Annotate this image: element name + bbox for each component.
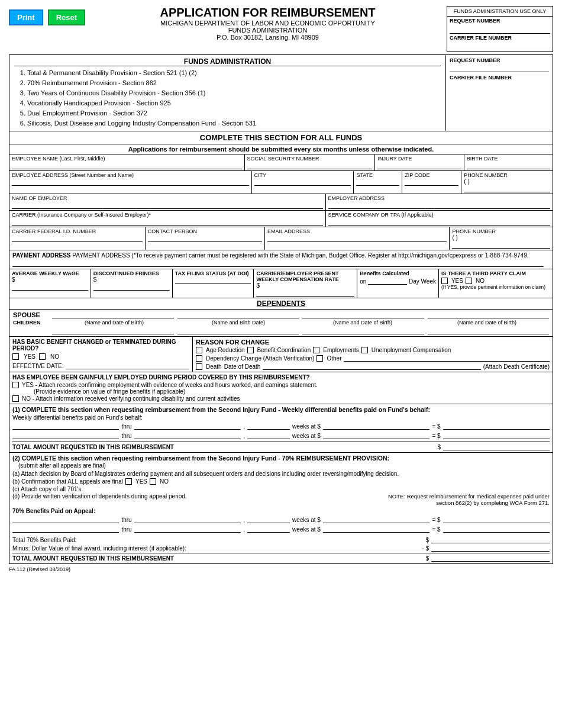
spouse-label: SPOUSE: [13, 311, 49, 318]
no-checkbox[interactable]: [466, 278, 472, 284]
third-party-label: IS THERE A THIRD PARTY CLAIM: [441, 270, 550, 276]
yes-label: YES: [451, 278, 463, 284]
carrier-input[interactable]: [12, 218, 323, 226]
death-label: Death: [206, 363, 222, 370]
avg-weekly-wage-input[interactable]: [12, 283, 88, 291]
section1-total-label: TOTAL AMOUNT REQUESTED IN THIS REIMBURSE…: [12, 444, 174, 450]
emp-no-checkbox[interactable]: [12, 395, 19, 402]
service-company-label: SERVICE COMPANY OR TPA (If Applicable): [328, 212, 550, 218]
subtitle2: FUNDS ADMINISTRATION: [95, 27, 441, 34]
benefit-yes-checkbox[interactable]: [12, 353, 19, 360]
s2-no-checkbox[interactable]: [150, 478, 156, 485]
tax-filing-input[interactable]: [175, 276, 251, 284]
benefit-no-checkbox[interactable]: [39, 353, 46, 360]
section2-item-b: (b) Confirmation that ALL appeals are fi…: [12, 478, 123, 485]
s2-yes-checkbox[interactable]: [125, 478, 132, 485]
carrier-fed-id-input[interactable]: [12, 234, 143, 242]
state-label: STATE: [356, 172, 399, 178]
address-input[interactable]: [12, 178, 249, 186]
section1-total-dollar: $: [437, 444, 441, 450]
subtitle1: MICHIGAN DEPARTMENT OF LABOR AND ECONOMI…: [95, 20, 441, 27]
equals2-label: = $: [432, 433, 440, 439]
funds-header: FUNDS ADMINISTRATION: [14, 57, 441, 66]
employer-address-input[interactable]: [328, 201, 550, 209]
section2-sub-note: (submit after all appeals are final): [12, 462, 550, 469]
injury-date-input[interactable]: [377, 162, 461, 169]
carrier-file-number-label: CARRIER FILE NUMBER: [450, 33, 550, 41]
date-of-death-label: Date of Death: [224, 363, 261, 370]
s2-weeks-at1: weeks at $: [292, 517, 321, 523]
payment-address-label-bold: PAYMENT ADDRESS: [12, 252, 72, 259]
payment-address-note: PAYMENT ADDRESS (*To receive payment car…: [72, 252, 528, 259]
s2-equals1: = $: [432, 517, 440, 523]
dep-col1: (Name and Date of Birth): [52, 320, 176, 326]
comp-rate-dollar: $: [256, 282, 354, 289]
carrier-file-right: CARRIER FILE NUMBER: [450, 75, 549, 80]
funds-admin-use-only: FUNDS ADMINISTRATION USE ONLY: [447, 6, 553, 17]
section2-item-a: (a) Attach decision by Board of Magistra…: [12, 471, 550, 477]
zip-input[interactable]: [405, 178, 458, 186]
section1-header: (1) COMPLETE this section when requestin…: [12, 406, 550, 413]
list-item: Two Years of Continuous Disability Provi…: [27, 88, 441, 98]
state-input[interactable]: [356, 178, 399, 186]
email-label: EMAIL ADDRESS: [267, 228, 447, 234]
benefit-coord-label: Benefit Coordination: [257, 347, 311, 353]
city-label: CITY: [254, 172, 351, 178]
age-reduction-label: Age Reduction: [206, 347, 245, 353]
phone2-label: PHONE NUMBER: [452, 228, 550, 234]
ssn-input[interactable]: [247, 162, 373, 169]
age-reduction-checkbox[interactable]: [196, 347, 202, 353]
discontinued-fringes-input[interactable]: [93, 283, 170, 291]
birth-date-input[interactable]: [467, 162, 550, 169]
s2-total-dollar: $: [425, 555, 429, 562]
dependency-change-checkbox[interactable]: [196, 355, 202, 362]
form-number: FA 112 (Revised 08/2019): [9, 566, 553, 572]
employments-checkbox[interactable]: [313, 347, 319, 353]
attach-cert-label: (Attach Death Certificate): [483, 363, 550, 370]
section2-note: NOTE: Request reimbursement for medical …: [372, 493, 550, 506]
address-label: EMPLOYEE ADDRESS (Street Number and Name…: [12, 172, 249, 178]
death-checkbox[interactable]: [196, 363, 202, 370]
other-checkbox[interactable]: [316, 355, 323, 362]
weekly-diff-label: Weekly differential benefits paid on Fun…: [12, 414, 550, 421]
employee-name-input[interactable]: [12, 162, 242, 169]
no-label: NO: [476, 278, 485, 284]
employments-label: Employments: [323, 347, 359, 353]
emp-yes-checkbox[interactable]: [12, 382, 19, 388]
tax-filing-label: TAX FILING STATUS (AT DOI): [175, 270, 251, 276]
disc-fringes-dollar: $: [93, 276, 170, 283]
email-input[interactable]: [267, 234, 447, 242]
weeks-at2-label: weeks at $: [292, 433, 321, 439]
list-item: Vocationally Handicapped Provision - Sec…: [27, 98, 441, 108]
dep-col3: (Name and Date of Birth): [301, 320, 425, 326]
s2-no-label: NO: [160, 478, 169, 485]
employer-input[interactable]: [12, 201, 323, 209]
avg-weekly-wage-label: AVERAGE WEEKLY WAGE: [12, 270, 88, 276]
city-input[interactable]: [254, 178, 351, 186]
unemployment-checkbox[interactable]: [361, 347, 368, 353]
thru2-label: thru: [121, 433, 131, 439]
payment-address-input[interactable]: [12, 260, 544, 267]
contact-input[interactable]: [148, 234, 262, 242]
birth-date-label: BIRTH DATE: [467, 156, 550, 162]
phone2-input[interactable]: [452, 241, 550, 249]
service-company-input[interactable]: [328, 218, 550, 226]
reset-button[interactable]: Reset: [48, 9, 85, 25]
benefit-coord-checkbox[interactable]: [247, 347, 254, 353]
zip-label: ZIP CODE: [405, 172, 458, 178]
injury-date-label: INJURY DATE: [377, 156, 461, 162]
equals1-label: = $: [432, 423, 440, 430]
subtitle3: P.O. Box 30182, Lansing, MI 48909: [95, 34, 441, 41]
yes-checkbox[interactable]: [441, 278, 448, 284]
print-button[interactable]: Print: [9, 9, 43, 25]
phone-input[interactable]: [464, 185, 550, 192]
contact-label: CONTACT PERSON: [148, 228, 262, 234]
benefits-day-week: Day Week: [409, 278, 436, 285]
emp-no-text: NO - Attach information received verifyi…: [22, 395, 240, 402]
complete-section-warning: Applications for reimbursement should be…: [9, 144, 553, 154]
comp-rate-input[interactable]: [256, 289, 354, 297]
phone-label: PHONE NUMBER: [464, 172, 550, 178]
reason-header: REASON FOR CHANGE: [196, 339, 550, 346]
section2-benefits-paid: 70% Benefits Paid on Appeal:: [12, 508, 550, 514]
carrier-label: CARRIER (Insurance Company or Self-Insur…: [12, 212, 323, 218]
